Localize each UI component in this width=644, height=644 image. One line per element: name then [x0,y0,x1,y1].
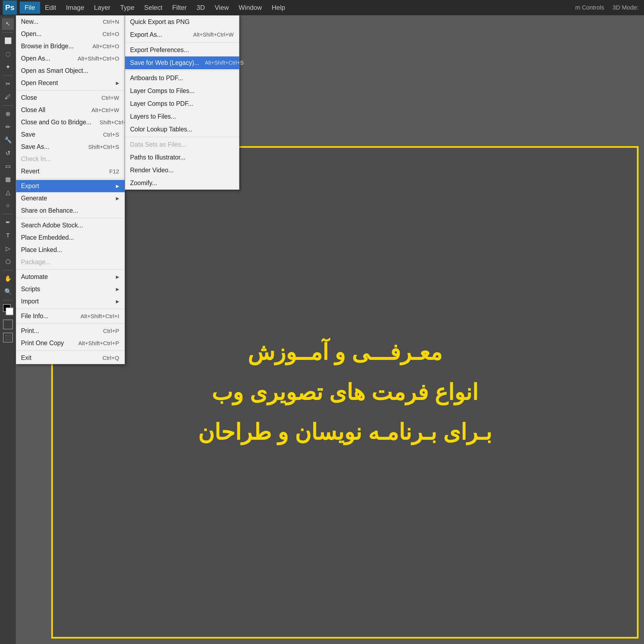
quick-mask[interactable] [3,320,13,329]
tool-hand[interactable]: ✋ [2,273,14,285]
tool-eyedropper[interactable]: 🖊 [2,91,14,103]
file-save-as[interactable]: Save As... Shift+Ctrl+S [16,141,125,153]
tool-history-brush[interactable]: ↺ [2,147,14,159]
file-share-behance[interactable]: Share on Behance... [16,204,125,217]
tool-pen[interactable]: ✒ [2,216,14,228]
file-revert[interactable]: Revert F12 [16,165,125,177]
export-zoomify[interactable]: Zoomify... [125,177,239,189]
export-submenu: Quick Export as PNG Export As... Alt+Shi… [125,15,239,190]
file-sep-5 [16,309,125,309]
export-layer-comps-files[interactable]: Layer Comps to Files... [125,85,239,97]
file-automate[interactable]: Automate ▶ [16,271,125,283]
menu-image[interactable]: Image [61,2,89,14]
tool-text[interactable]: T [2,230,14,242]
tool-spot-heal[interactable]: ⊕ [2,108,14,120]
tool-dodge[interactable]: ○ [2,200,14,212]
file-place-embedded[interactable]: Place Embedded... [16,231,125,244]
menu-edit[interactable]: Edit [40,2,61,14]
file-import[interactable]: Import ▶ [16,295,125,308]
file-open[interactable]: Open... Ctrl+O [16,28,125,40]
tool-divider1 [2,32,13,33]
tool-blur[interactable]: △ [2,186,14,198]
export-sep-1 [125,42,239,43]
file-menu-dropdown: New... Ctrl+N Open... Ctrl+O Browse in B… [16,15,125,364]
export-color-lookup[interactable]: Color Lookup Tables... [125,123,239,136]
menu-select[interactable]: Select [139,2,167,14]
tool-divider3 [2,105,13,106]
bottom-text-line3: بـرای بـرنامـه نویسان و طراحان [198,418,492,447]
file-open-recent[interactable]: Open Recent ▶ [16,77,125,89]
tool-crop[interactable]: ✂ [2,78,14,90]
tool-eraser[interactable]: ▭ [2,160,14,172]
export-layer-comps-pdf[interactable]: Layer Comps to PDF... [125,97,239,110]
file-new[interactable]: New... Ctrl+N [16,16,125,28]
export-save-for-web[interactable]: Save for Web (Legacy)... Alt+Shift+Ctrl+… [125,56,239,69]
tool-clone[interactable]: 🔧 [2,134,14,146]
bottom-text-line1: معـرفـــی و آمــوزش [248,338,443,367]
file-browse-bridge[interactable]: Browse in Bridge... Alt+Ctrl+O [16,40,125,52]
file-place-linked[interactable]: Place Linked... [16,244,125,256]
file-sep-4 [16,269,125,270]
file-close[interactable]: Close Ctrl+W [16,92,125,104]
tool-divider5 [2,270,13,270]
export-data-sets: Data Sets as Files... [125,138,239,151]
export-as[interactable]: Export As... Alt+Shift+Ctrl+W [125,28,239,41]
tool-zoom[interactable]: 🔍 [2,286,14,298]
file-save[interactable]: Save Ctrl+S [16,128,125,141]
file-export[interactable]: Export ▶ [16,180,125,192]
tool-divider6 [2,300,13,300]
file-close-bridge[interactable]: Close and Go to Bridge... Shift+Ctrl+W [16,116,125,128]
file-scripts[interactable]: Scripts ▶ [16,283,125,295]
menu-view[interactable]: View [210,2,234,14]
options-bar-label: m Controls 3D Mode: [575,4,641,11]
file-sep-7 [16,350,125,351]
yellow-box: معـرفـــی و آمــوزش انواع فرمت های تصویر… [51,146,639,639]
export-render-video[interactable]: Render Video... [125,164,239,177]
export-artboards-pdf[interactable]: Artboards to PDF... [125,72,239,85]
menu-help[interactable]: Help [267,2,290,14]
screen-mode[interactable]: ⬛ [3,333,13,342]
file-package: Package... [16,256,125,268]
menu-window[interactable]: Window [234,2,267,14]
ps-logo: Ps [3,1,17,15]
export-paths-illustrator[interactable]: Paths to Illustrator... [125,151,239,164]
file-open-smart[interactable]: Open as Smart Object... [16,65,125,77]
tool-brush[interactable]: ✏ [2,121,14,133]
export-layers-files[interactable]: Layers to Files... [125,110,239,123]
file-info[interactable]: File Info... Alt+Shift+Ctrl+I [16,310,125,322]
file-open-as[interactable]: Open As... Alt+Shift+Ctrl+O [16,52,125,65]
tool-move[interactable]: ↖ [2,18,14,30]
left-toolbar: ↖ ⬜ ◌ ✦ ✂ 🖊 ⊕ ✏ 🔧 ↺ ▭ ▦ △ ○ ✒ T ▷ ⬡ ✋ 🔍 … [0,15,16,644]
file-search-stock[interactable]: Search Adobe Stock... [16,219,125,231]
menu-3d[interactable]: 3D [192,2,210,14]
file-print[interactable]: Print... Ctrl+P [16,325,125,337]
tool-path-select[interactable]: ▷ [2,243,14,255]
file-print-one[interactable]: Print One Copy Alt+Shift+Ctrl+P [16,337,125,349]
tool-marquee[interactable]: ⬜ [2,35,14,47]
export-sep-2 [125,70,239,71]
file-exit[interactable]: Exit Ctrl+Q [16,352,125,364]
export-quick-png[interactable]: Quick Export as PNG [125,16,239,28]
menu-layer[interactable]: Layer [89,2,115,14]
tool-magic-wand[interactable]: ✦ [2,61,14,73]
file-sep-2 [16,179,125,179]
menu-file[interactable]: File [20,2,40,14]
file-check-in: Check In... [16,153,125,165]
tool-gradient[interactable]: ▦ [2,173,14,185]
file-sep-1 [16,90,125,91]
menu-filter[interactable]: Filter [167,2,192,14]
file-sep-6 [16,323,125,324]
menu-bar: Ps File Edit Image Layer Type Select Fil… [0,0,644,15]
menu-type[interactable]: Type [115,2,139,14]
bottom-text-line2: انواع فرمت های تصویری وب [212,378,478,407]
file-close-all[interactable]: Close All Alt+Ctrl+W [16,104,125,116]
tool-shape[interactable]: ⬡ [2,256,14,268]
tool-divider2 [2,75,13,76]
color-boxes[interactable] [2,304,14,316]
tool-divider4 [2,214,13,214]
file-generate[interactable]: Generate ▶ [16,192,125,204]
tool-lasso[interactable]: ◌ [2,48,14,60]
export-preferences[interactable]: Export Preferences... [125,44,239,56]
